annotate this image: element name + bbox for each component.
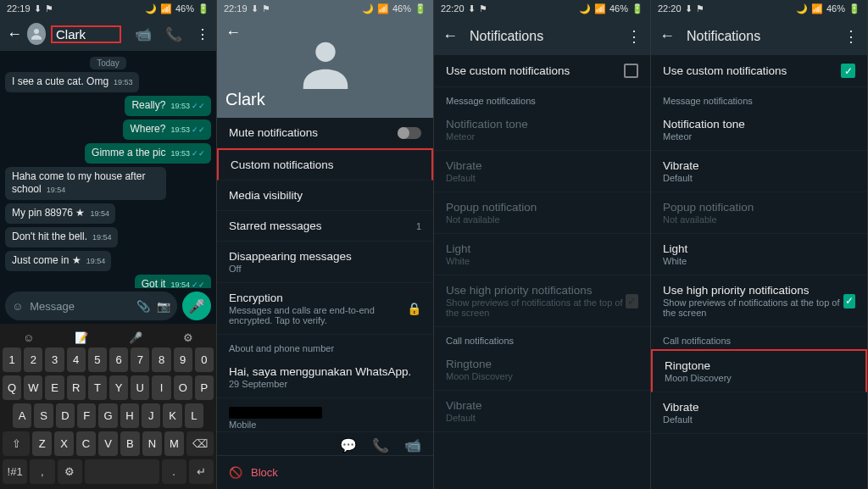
message-bubble[interactable]: I see a cute cat. Omg19:53	[5, 72, 139, 92]
key[interactable]: Z	[32, 431, 52, 456]
back-icon[interactable]: ←	[7, 25, 22, 43]
key[interactable]: 8	[152, 347, 170, 372]
block-row[interactable]: 🚫 Block	[217, 455, 433, 489]
message-row[interactable]: Really?19:53✓✓	[5, 96, 211, 116]
key[interactable]: E	[45, 375, 64, 400]
about-row[interactable]: Hai, saya menggunakan WhatsApp. 29 Septe…	[217, 357, 433, 398]
camera-icon[interactable]: 📷	[157, 300, 170, 313]
message-row[interactable]: I see a cute cat. Omg19:53	[5, 72, 211, 92]
message-bubble[interactable]: My pin 88976 ★19:54	[5, 203, 115, 224]
encryption-row[interactable]: Encryption Messages and calls are end-to…	[217, 283, 433, 335]
key[interactable]: X	[54, 431, 74, 456]
fn-key[interactable]: ⚙	[58, 459, 82, 484]
key[interactable]: 9	[174, 347, 192, 372]
mute-notifications-row[interactable]: Mute notifications	[217, 118, 433, 148]
message-row[interactable]: Gimme a the pic19:53✓✓	[5, 143, 211, 164]
more-icon[interactable]: ⋮	[626, 27, 642, 46]
key[interactable]: F	[77, 403, 96, 428]
starred-messages-row[interactable]: Starred messages 1	[217, 211, 433, 242]
use-custom-row[interactable]: Use custom notifications ✓	[651, 55, 867, 87]
use-custom-row[interactable]: Use custom notifications	[434, 55, 650, 87]
video-call-icon[interactable]: 📹	[135, 26, 152, 42]
message-row[interactable]: Where?19:53✓✓	[5, 119, 211, 140]
message-bubble[interactable]: Where?19:53✓✓	[123, 119, 211, 140]
high-priority-row[interactable]: Use high priority notifications Show pre…	[651, 275, 867, 327]
message-bubble[interactable]: Really?19:53✓✓	[125, 96, 211, 116]
video-icon[interactable]: 📹	[404, 437, 421, 453]
message-row[interactable]: Haha come to my house after school19:54	[5, 167, 211, 200]
key[interactable]: W	[24, 375, 42, 400]
message-bubble[interactable]: Don't hit the bell.19:54	[5, 227, 118, 247]
media-visibility-row[interactable]: Media visibility	[217, 181, 433, 211]
mic-button[interactable]: 🎤	[182, 292, 211, 320]
key[interactable]: 4	[67, 347, 86, 372]
phone-row[interactable]: Mobile	[217, 398, 433, 432]
back-icon[interactable]: ←	[442, 27, 458, 45]
key[interactable]: C	[76, 431, 96, 456]
key[interactable]: S	[34, 403, 53, 428]
message-input[interactable]: ☺ Message 📎 📷	[5, 292, 177, 320]
key[interactable]: P	[195, 375, 214, 400]
key[interactable]: A	[13, 403, 31, 428]
custom-notifications-row[interactable]: Custom notifications	[217, 148, 433, 181]
checkbox[interactable]	[624, 64, 638, 78]
fn-key[interactable]: ↵	[189, 459, 214, 484]
kb-toolbar-icon[interactable]: 📝	[75, 331, 88, 344]
toggle[interactable]	[398, 127, 421, 139]
key[interactable]: 7	[131, 347, 149, 372]
emoji-icon[interactable]: ☺	[12, 300, 23, 313]
message-bubble[interactable]: Gimme a the pic19:53✓✓	[85, 143, 211, 164]
message-row[interactable]: Don't hit the bell.19:54	[5, 227, 211, 247]
more-icon[interactable]: ⋮	[843, 27, 859, 46]
key[interactable]: 5	[88, 347, 107, 372]
disappearing-messages-row[interactable]: Disappearing messages Off	[217, 242, 433, 283]
message-bubble[interactable]: Haha come to my house after school19:54	[5, 167, 166, 200]
key[interactable]: R	[67, 375, 86, 400]
light-row[interactable]: Light White	[651, 234, 867, 275]
message-bubble[interactable]: Just come in ★19:54	[5, 251, 111, 271]
avatar[interactable]	[27, 23, 46, 45]
contact-name[interactable]: Clark	[51, 25, 121, 43]
more-icon[interactable]: ⋮	[196, 26, 209, 42]
key[interactable]: K	[163, 403, 181, 428]
call-vibrate-row[interactable]: Vibrate Default	[651, 392, 867, 434]
call-icon[interactable]: 📞	[372, 437, 389, 453]
key[interactable]: J	[142, 403, 160, 428]
message-bubble[interactable]: Got it19:54✓✓	[135, 275, 211, 288]
contact-hero[interactable]: 22:19⬇⚑ 🌙📶46%🔋 ← Clark	[217, 0, 433, 118]
key[interactable]: G	[98, 403, 117, 428]
kb-toolbar-icon[interactable]: 🎤	[129, 331, 142, 344]
message-row[interactable]: Just come in ★19:54	[5, 251, 211, 271]
notification-tone-row[interactable]: Notification tone Meteor	[651, 109, 867, 151]
vibrate-row[interactable]: Vibrate Default	[651, 151, 867, 192]
message-row[interactable]: My pin 88976 ★19:54	[5, 203, 211, 224]
shift-key[interactable]: ⇧	[3, 431, 30, 456]
back-icon[interactable]: ←	[659, 27, 675, 45]
key[interactable]: 2	[24, 347, 42, 372]
checkbox[interactable]: ✓	[843, 294, 856, 308]
key[interactable]: 0	[195, 347, 214, 372]
backspace-key[interactable]: ⌫	[186, 431, 214, 456]
key[interactable]: H	[120, 403, 139, 428]
key[interactable]: 6	[109, 347, 128, 372]
key[interactable]: L	[185, 403, 203, 428]
fn-key[interactable]: .	[162, 459, 186, 484]
ringtone-row[interactable]: Ringtone Moon Discovery	[651, 349, 867, 392]
back-icon[interactable]: ←	[225, 24, 241, 42]
key[interactable]: Q	[3, 375, 21, 400]
message-icon[interactable]: 💬	[340, 437, 357, 453]
keyboard[interactable]: ☺📝🎤⚙ 1234567890 QWERTYUIOP ASDFGHJKL ⇧ZX…	[0, 324, 216, 489]
key[interactable]: 3	[45, 347, 64, 372]
space-key[interactable]	[85, 459, 159, 484]
key[interactable]: I	[152, 375, 170, 400]
kb-toolbar-icon[interactable]: ☺	[23, 331, 34, 344]
attach-icon[interactable]: 📎	[136, 300, 150, 313]
voice-call-icon[interactable]: 📞	[165, 26, 182, 42]
key[interactable]: Y	[109, 375, 128, 400]
message-row[interactable]: Got it19:54✓✓	[5, 275, 211, 288]
key[interactable]: 1	[3, 347, 21, 372]
key[interactable]: U	[131, 375, 149, 400]
key[interactable]: N	[142, 431, 162, 456]
kb-toolbar-icon[interactable]: ⚙	[183, 331, 193, 344]
key[interactable]: D	[56, 403, 75, 428]
